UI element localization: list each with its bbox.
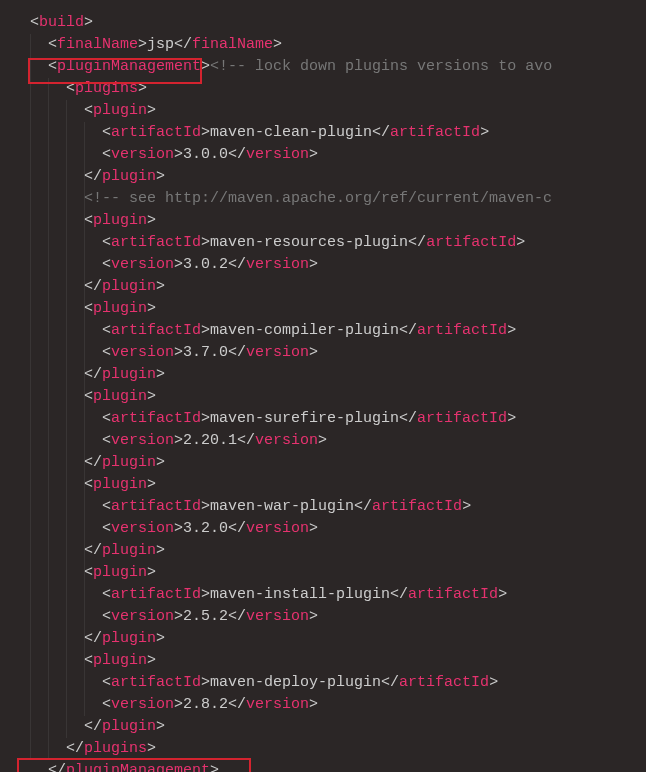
code-line: <plugin> xyxy=(0,298,646,320)
code-line: </plugin> xyxy=(0,540,646,562)
code-line: <version>3.2.0</version> xyxy=(0,518,646,540)
code-line: </pluginManagement> xyxy=(0,760,646,772)
code-line: <plugin> xyxy=(0,562,646,584)
code-line: <artifactId>maven-war-plugin</artifactId… xyxy=(0,496,646,518)
code-line: <version>3.7.0</version> xyxy=(0,342,646,364)
code-line: <artifactId>maven-install-plugin</artifa… xyxy=(0,584,646,606)
code-line: <pluginManagement><!-- lock down plugins… xyxy=(0,56,646,78)
code-line: </plugin> xyxy=(0,628,646,650)
code-line: <!-- see http://maven.apache.org/ref/cur… xyxy=(0,188,646,210)
code-line: </plugin> xyxy=(0,716,646,738)
code-line: </plugin> xyxy=(0,276,646,298)
code-line: <artifactId>maven-deploy-plugin</artifac… xyxy=(0,672,646,694)
code-line: </plugin> xyxy=(0,166,646,188)
indent-guide xyxy=(30,34,31,760)
code-line: <artifactId>maven-resources-plugin</arti… xyxy=(0,232,646,254)
code-line: <version>3.0.0</version> xyxy=(0,144,646,166)
code-line: <plugin> xyxy=(0,100,646,122)
code-line: <finalName>jsp</finalName> xyxy=(0,34,646,56)
code-line: </plugin> xyxy=(0,452,646,474)
code-line: </plugins> xyxy=(0,738,646,760)
code-line: <plugin> xyxy=(0,210,646,232)
code-editor[interactable]: <build> <finalName>jsp</finalName> <plug… xyxy=(0,12,646,772)
code-line: </plugin> xyxy=(0,364,646,386)
indent-guide xyxy=(48,78,49,760)
code-line: <version>2.20.1</version> xyxy=(0,430,646,452)
code-line: <plugin> xyxy=(0,386,646,408)
indent-guide xyxy=(66,100,67,738)
code-line: <artifactId>maven-surefire-plugin</artif… xyxy=(0,408,646,430)
code-line: <build> xyxy=(0,12,646,34)
code-line: <plugin> xyxy=(0,474,646,496)
code-line: <artifactId>maven-compiler-plugin</artif… xyxy=(0,320,646,342)
code-line: <version>2.8.2</version> xyxy=(0,694,646,716)
indent-guide xyxy=(84,122,85,716)
code-line: <plugin> xyxy=(0,650,646,672)
code-line: <plugins> xyxy=(0,78,646,100)
code-line: <artifactId>maven-clean-plugin</artifact… xyxy=(0,122,646,144)
code-line: <version>3.0.2</version> xyxy=(0,254,646,276)
code-line: <version>2.5.2</version> xyxy=(0,606,646,628)
